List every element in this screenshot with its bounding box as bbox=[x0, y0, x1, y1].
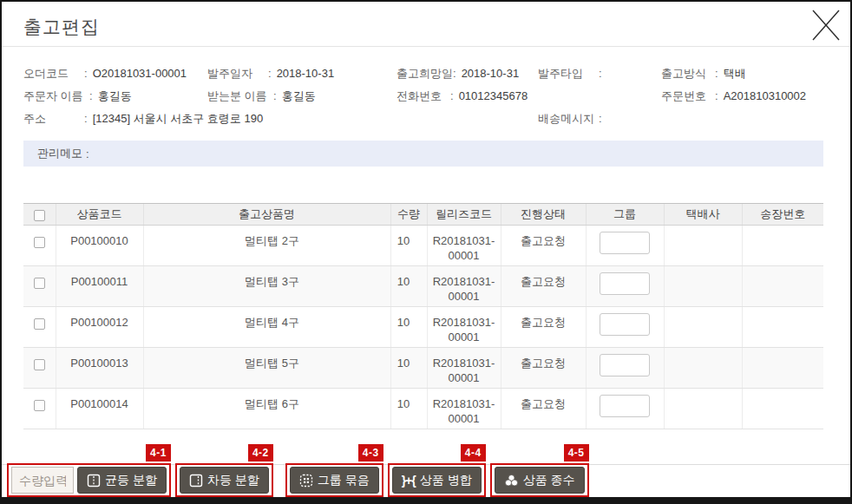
group-cell bbox=[586, 389, 664, 429]
invoice-cell bbox=[742, 307, 823, 348]
release-code-cell: R20181031-00001 bbox=[427, 348, 501, 389]
row-checkbox[interactable] bbox=[34, 278, 45, 289]
uneven-split-button[interactable]: 차등 분할 bbox=[180, 467, 269, 494]
field-ship-method: 출고방식:택배 bbox=[661, 66, 826, 82]
group-cell bbox=[586, 348, 664, 389]
even-split-group: 4-1 균등 분할 bbox=[7, 463, 171, 497]
status-cell: 출고요청 bbox=[501, 226, 586, 266]
select-all-checkbox[interactable] bbox=[34, 210, 45, 221]
step-badge-4-5: 4-5 bbox=[564, 444, 589, 461]
field-orderer-name: 주문자 이름:홍길동 bbox=[23, 88, 207, 104]
qty-cell: 10 bbox=[390, 266, 427, 307]
row-select-cell bbox=[23, 389, 56, 429]
qty-cell: 10 bbox=[390, 307, 427, 348]
row-checkbox[interactable] bbox=[34, 400, 45, 411]
group-input[interactable] bbox=[600, 272, 650, 295]
step-badge-4-1: 4-1 bbox=[146, 444, 171, 461]
field-order-no: 주문번호:A201810310002 bbox=[661, 88, 826, 104]
table-row: P00100013 멀티탭 5구 10 R20181031-00001 출고요청 bbox=[23, 348, 823, 389]
split-uneven-icon bbox=[189, 474, 203, 488]
col-qty: 수량 bbox=[390, 204, 427, 226]
courier-cell bbox=[664, 348, 742, 389]
status-cell: 출고요청 bbox=[501, 348, 586, 389]
courier-cell bbox=[664, 266, 742, 307]
field-order-code: 오더코드:O20181031-00001 bbox=[23, 66, 207, 82]
row-select-cell bbox=[23, 226, 56, 266]
field-receiver-name: 받는분 이름:홍길동 bbox=[207, 88, 397, 104]
product-count-group: 4-5 상품 종수 bbox=[490, 463, 589, 497]
step-badge-4-4: 4-4 bbox=[461, 444, 486, 461]
col-status: 진행상태 bbox=[501, 204, 586, 226]
page-title: 출고편집 bbox=[23, 15, 100, 39]
product-name-cell: 멀티탭 4구 bbox=[143, 307, 390, 348]
field-ship-wish-date: 출고희망일:2018-10-31 bbox=[397, 66, 538, 82]
product-name-cell: 멀티탭 3구 bbox=[143, 266, 390, 307]
close-button[interactable] bbox=[807, 7, 845, 43]
group-input[interactable] bbox=[600, 232, 650, 254]
group-bundle-button[interactable]: 그룹 묶음 bbox=[290, 467, 379, 494]
header-divider bbox=[2, 46, 850, 47]
release-code-cell: R20181031-00001 bbox=[427, 226, 501, 266]
col-invoice-no: 송장번호 bbox=[742, 204, 823, 226]
product-count-button[interactable]: 상품 종수 bbox=[495, 467, 585, 494]
invoice-cell bbox=[742, 226, 823, 266]
release-code-cell: R20181031-00001 bbox=[427, 307, 501, 348]
field-phone: 전화번호:01012345678 bbox=[397, 88, 538, 104]
row-select-cell bbox=[23, 348, 56, 389]
group-bundle-group: 4-3 그룹 묶음 bbox=[285, 463, 383, 497]
quantity-input[interactable] bbox=[11, 467, 74, 494]
select-all-cell bbox=[23, 204, 56, 226]
table-row: P00100010 멀티탭 2구 10 R20181031-00001 출고요청 bbox=[23, 226, 823, 266]
uneven-split-group: 4-2 차등 분할 bbox=[175, 463, 273, 497]
product-code-cell: P00100012 bbox=[56, 307, 143, 348]
col-courier: 택배사 bbox=[664, 204, 742, 226]
product-name-cell: 멀티탭 5구 bbox=[143, 348, 390, 389]
row-checkbox[interactable] bbox=[34, 318, 45, 330]
product-name-cell: 멀티탭 6구 bbox=[143, 389, 390, 429]
group-input[interactable] bbox=[600, 354, 650, 376]
merge-products-group: 4-4 }+{ 상품 병합 bbox=[388, 463, 486, 497]
status-cell: 출고요청 bbox=[501, 307, 586, 348]
field-delivery-msg: 배송메시지: bbox=[538, 111, 826, 127]
qty-cell: 10 bbox=[390, 389, 427, 429]
status-cell: 출고요청 bbox=[501, 266, 586, 307]
field-address: 주소:[12345] 서울시 서초구 효령로 190 bbox=[23, 111, 538, 127]
row-select-cell bbox=[23, 266, 56, 307]
shipping-items-table: 상품코드 출고상품명 수량 릴리즈코드 진행상태 그룹 택배사 송장번호 P00… bbox=[23, 203, 823, 429]
group-input[interactable] bbox=[600, 313, 650, 336]
step-badge-4-3: 4-3 bbox=[358, 444, 383, 461]
col-group: 그룹 bbox=[586, 204, 664, 226]
merge-products-button[interactable]: }+{ 상품 병합 bbox=[392, 467, 482, 494]
table-body: P00100010 멀티탭 2구 10 R20181031-00001 출고요청… bbox=[23, 226, 823, 429]
product-name-cell: 멀티탭 2구 bbox=[143, 226, 390, 266]
courier-cell bbox=[664, 389, 742, 429]
group-cell bbox=[586, 266, 664, 307]
release-code-cell: R20181031-00001 bbox=[427, 389, 501, 429]
table-row: P00100014 멀티탭 6구 10 R20181031-00001 출고요청 bbox=[23, 389, 823, 429]
order-info: 오더코드:O20181031-00001 발주일자:2018-10-31 출고희… bbox=[23, 62, 826, 130]
release-code-cell: R20181031-00001 bbox=[427, 266, 501, 307]
row-checkbox[interactable] bbox=[34, 359, 45, 370]
courier-cell bbox=[664, 226, 742, 266]
product-code-cell: P00100014 bbox=[56, 389, 143, 429]
row-checkbox[interactable] bbox=[34, 237, 45, 248]
status-cell: 출고요청 bbox=[501, 389, 586, 429]
admin-memo-bar: 관리메모 : bbox=[23, 141, 823, 167]
invoice-cell bbox=[742, 266, 823, 307]
group-bundle-icon bbox=[299, 474, 313, 488]
invoice-cell bbox=[742, 348, 823, 389]
group-input[interactable] bbox=[600, 395, 650, 417]
product-count-icon bbox=[504, 474, 519, 488]
admin-memo-label: 관리메모 bbox=[37, 146, 82, 161]
table-row: P00100011 멀티탭 3구 10 R20181031-00001 출고요청 bbox=[23, 266, 823, 307]
courier-cell bbox=[664, 307, 742, 348]
table-row: P00100012 멀티탭 4구 10 R20181031-00001 출고요청 bbox=[23, 307, 823, 348]
col-product-name: 출고상품명 bbox=[143, 204, 390, 226]
split-even-icon bbox=[87, 474, 101, 488]
invoice-cell bbox=[742, 389, 823, 429]
even-split-button[interactable]: 균등 분할 bbox=[77, 467, 167, 494]
merge-icon: }+{ bbox=[402, 474, 416, 488]
col-product-code: 상품코드 bbox=[56, 204, 143, 226]
step-badge-4-2: 4-2 bbox=[248, 444, 273, 461]
product-code-cell: P00100011 bbox=[56, 266, 143, 307]
